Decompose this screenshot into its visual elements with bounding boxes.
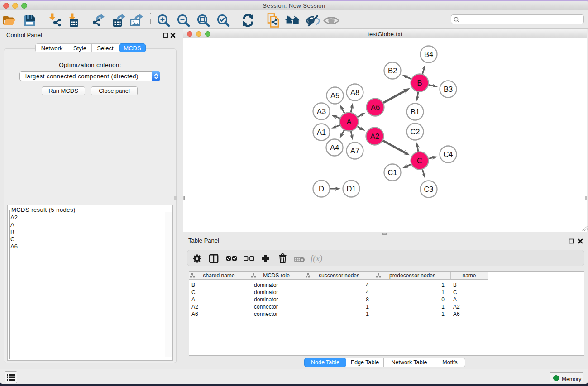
svg-text:A5: A5 — [330, 91, 339, 100]
svg-text:C: C — [417, 157, 422, 165]
svg-text:A8: A8 — [350, 88, 359, 96]
svg-text:A3: A3 — [317, 107, 326, 115]
svg-text:A: A — [346, 118, 351, 126]
svg-text:D: D — [319, 185, 324, 193]
svg-text:B1: B1 — [411, 108, 420, 116]
svg-text:A1: A1 — [317, 128, 326, 136]
svg-text:A7: A7 — [350, 147, 359, 155]
svg-text:B: B — [417, 79, 422, 87]
svg-text:C2: C2 — [410, 128, 420, 136]
svg-text:D1: D1 — [346, 185, 356, 193]
svg-text:B2: B2 — [388, 67, 397, 75]
svg-text:A2: A2 — [370, 132, 379, 140]
svg-text:C4: C4 — [443, 150, 453, 158]
svg-text:C1: C1 — [387, 168, 397, 176]
svg-text:A4: A4 — [330, 143, 339, 152]
svg-text:B3: B3 — [444, 85, 453, 93]
svg-text:A6: A6 — [371, 103, 380, 111]
svg-text:B4: B4 — [424, 50, 433, 58]
svg-text:C3: C3 — [424, 185, 433, 193]
